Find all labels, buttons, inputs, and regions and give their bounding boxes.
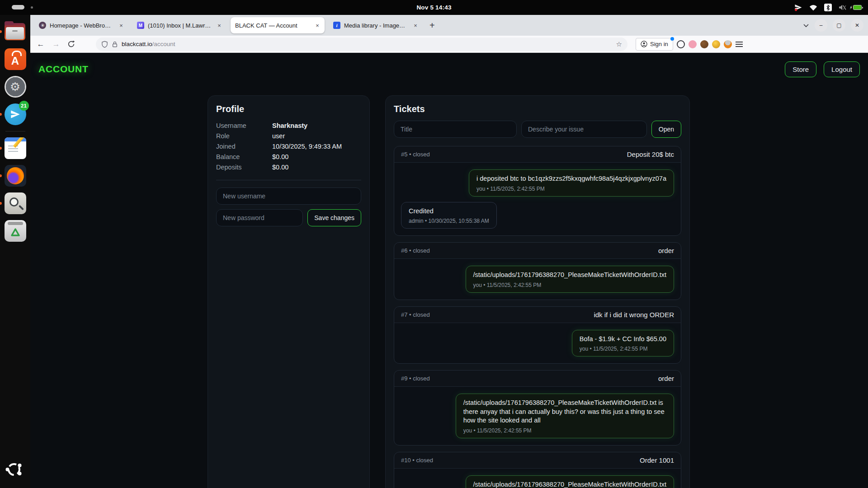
url-path: /account bbox=[152, 41, 175, 47]
message-text: i deposited btc to bc1qzk9zzs2f5kxqgwhfc… bbox=[476, 174, 666, 183]
telegram-unread-badge: 21 bbox=[19, 101, 29, 111]
message-text: /static/uploads/1761796388270_PleaseMake… bbox=[473, 271, 666, 280]
window-minimize-button[interactable]: – bbox=[815, 19, 827, 32]
tab-close-icon[interactable]: × bbox=[314, 22, 321, 29]
gesture-extension-icon[interactable] bbox=[677, 40, 685, 48]
ticket-header: #10 • closed Order 1001 bbox=[394, 452, 681, 469]
new-password-input[interactable] bbox=[216, 209, 303, 226]
ticket-subject: order bbox=[658, 247, 674, 254]
system-clock[interactable]: Nov 5 14:43 bbox=[0, 4, 868, 11]
dock-item-settings[interactable]: ⚙ bbox=[5, 76, 26, 98]
tab-inbox[interactable]: M (1010) Inbox | M.Lawrys@ × bbox=[132, 17, 226, 33]
reload-icon[interactable] bbox=[67, 40, 75, 48]
ticket-messages: Bofa - $1.9k + CC Info $65.00you • 11/5/… bbox=[394, 323, 681, 364]
ticket-header: #5 • closed Deposit 20$ btc bbox=[394, 146, 681, 163]
dock-item-software-store[interactable]: A bbox=[5, 48, 26, 70]
ticket-id-status: #9 • closed bbox=[401, 375, 430, 382]
profile-row-username: Username Sharknasty bbox=[216, 121, 361, 131]
tab-homepage[interactable]: ✳ Homepage - WebBrowser × bbox=[34, 17, 128, 33]
save-changes-button[interactable]: Save changes bbox=[307, 209, 361, 226]
site-header: ACCOUNT Store Logout bbox=[30, 53, 868, 85]
tickets-title: Tickets bbox=[394, 104, 681, 114]
profile-row-role: Role user bbox=[216, 131, 361, 141]
browser-toolbar: ← → blackcatt.io/account ☆ bbox=[30, 36, 868, 53]
ticket-messages: /static/uploads/1761796388270_PleaseMake… bbox=[394, 387, 681, 445]
new-username-input[interactable] bbox=[216, 188, 361, 205]
ticket-subject: Order 1001 bbox=[640, 456, 674, 464]
tab-close-icon[interactable]: × bbox=[412, 22, 419, 29]
new-tab-button[interactable]: + bbox=[429, 20, 435, 31]
message-meta: you • 11/5/2025, 2:42:55 PM bbox=[476, 186, 666, 192]
url-text[interactable]: blackcatt.io/account bbox=[122, 41, 613, 47]
ticket-messages: i deposited btc to bc1qzk9zzs2f5kxqgwhfc… bbox=[394, 163, 681, 235]
url-domain: blackcatt.io bbox=[122, 41, 152, 47]
ticket-id-status: #6 • closed bbox=[401, 247, 430, 254]
tab-blackcat-account-active[interactable]: BLACK CAT — Account × bbox=[231, 17, 325, 33]
store-button[interactable]: Store bbox=[785, 61, 816, 77]
ticket-messages: /static/uploads/1761796388270_PleaseMake… bbox=[394, 259, 681, 300]
dock-separator bbox=[5, 131, 25, 131]
ticket-id-status: #5 • closed bbox=[401, 151, 430, 158]
ticket-item: #10 • closed Order 1001 /static/uploads/… bbox=[394, 452, 681, 488]
running-indicator bbox=[0, 174, 2, 177]
message-text: Credited bbox=[409, 207, 489, 216]
ticket-subject: order bbox=[658, 375, 674, 382]
tab-close-icon[interactable]: × bbox=[118, 22, 125, 29]
ticket-id-status: #10 • closed bbox=[401, 457, 433, 464]
tab-list-chevron-icon[interactable] bbox=[803, 23, 809, 28]
window-close-button[interactable]: ✕ bbox=[851, 19, 863, 32]
logout-button[interactable]: Logout bbox=[824, 61, 860, 77]
deposits-value: $0.00 bbox=[272, 162, 288, 173]
menu-hamburger-icon[interactable] bbox=[736, 42, 743, 47]
user-message-bubble: /static/uploads/1761796388270_PleaseMake… bbox=[466, 266, 674, 293]
tab-close-icon[interactable]: × bbox=[216, 22, 223, 29]
dock-item-telegram[interactable]: 21 bbox=[5, 103, 26, 125]
profile-row-balance: Balance $0.00 bbox=[216, 152, 361, 162]
user-message-bubble: Bofa - $1.9k + CC Info $65.00you • 11/5/… bbox=[572, 330, 674, 357]
lock-icon[interactable] bbox=[112, 41, 118, 48]
cookie-extension-icon[interactable] bbox=[700, 40, 708, 48]
dock-item-text-editor[interactable] bbox=[5, 137, 26, 159]
tab-imagekit[interactable]: i Media library - ImageKit M × bbox=[329, 17, 423, 33]
wifi-icon bbox=[809, 5, 817, 11]
magnifier-icon bbox=[5, 192, 26, 214]
dock-item-trash[interactable] bbox=[5, 220, 26, 242]
dock-item-firefox[interactable] bbox=[5, 165, 26, 187]
running-indicator bbox=[0, 147, 2, 150]
profile-card: Profile Username Sharknasty Role user Jo… bbox=[208, 95, 370, 488]
running-indicator bbox=[0, 30, 2, 33]
message-meta: you • 11/5/2025, 2:42:55 PM bbox=[463, 427, 666, 434]
url-bar[interactable]: blackcatt.io/account ☆ bbox=[96, 38, 627, 51]
ticket-title-input[interactable] bbox=[394, 121, 517, 138]
window-maximize-button[interactable]: ▢ bbox=[833, 19, 845, 32]
bookmark-star-icon[interactable]: ☆ bbox=[616, 40, 622, 48]
person-extension-icon[interactable] bbox=[724, 40, 732, 48]
message-meta: admin • 10/30/2025, 10:55:38 AM bbox=[409, 218, 489, 224]
system-tray[interactable]: ⚡ bbox=[794, 0, 862, 15]
pink-extension-icon[interactable] bbox=[689, 40, 697, 48]
open-ticket-button[interactable]: Open bbox=[651, 121, 681, 138]
dock-item-screenshot-tool[interactable] bbox=[5, 192, 26, 214]
imagekit-favicon-icon: i bbox=[333, 22, 340, 29]
ticket-item: #6 • closed order /static/uploads/176179… bbox=[394, 242, 681, 300]
dock-item-files[interactable] bbox=[5, 21, 26, 42]
ticket-issue-input[interactable] bbox=[521, 121, 647, 138]
ticket-subject: Deposit 20$ btc bbox=[627, 150, 674, 158]
ticket-list: #5 • closed Deposit 20$ btc i deposited … bbox=[394, 146, 681, 488]
ticket-subject: idk if i did it wrong ORDER bbox=[594, 311, 674, 319]
profile-divider bbox=[216, 180, 361, 180]
dock: A ⚙ 21 bbox=[0, 15, 30, 488]
sign-in-button[interactable]: Sign in bbox=[636, 38, 673, 51]
ticket-item: #5 • closed Deposit 20$ btc i deposited … bbox=[394, 146, 681, 236]
tickets-card: Tickets Open #5 • closed Deposit 20$ btc… bbox=[385, 95, 690, 488]
dock-item-show-apps[interactable] bbox=[5, 460, 26, 482]
forward-button-icon[interactable]: → bbox=[50, 40, 62, 49]
user-message-bubble: i deposited btc to bc1qzk9zzs2f5kxqgwhfc… bbox=[469, 169, 674, 197]
bluetooth-icon bbox=[824, 4, 832, 11]
back-button-icon[interactable]: ← bbox=[35, 40, 47, 49]
send-icon bbox=[794, 4, 802, 11]
admin-message-bubble: Creditedadmin • 10/30/2025, 10:55:38 AM bbox=[401, 202, 497, 229]
software-store-icon: A bbox=[5, 48, 26, 70]
shield-icon[interactable] bbox=[101, 41, 108, 48]
bee-extension-icon[interactable] bbox=[712, 40, 720, 48]
